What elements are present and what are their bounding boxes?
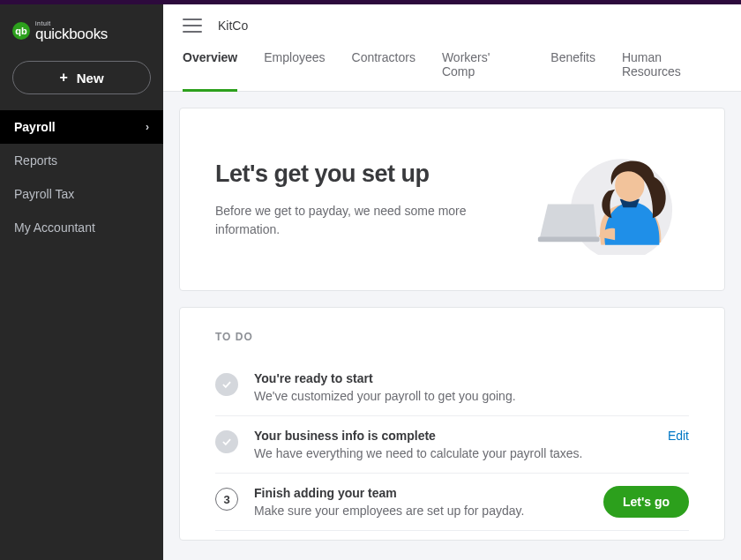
sidebar-item-label: Payroll — [14, 120, 56, 134]
tab-human-resources[interactable]: Human Resources — [622, 50, 722, 92]
brand-main: quickbooks — [35, 26, 108, 41]
setup-hero-card: Let's get you set up Before we get to pa… — [179, 108, 725, 291]
todo-card: TO DO You're ready to start We've custom… — [179, 307, 725, 541]
todo-item-business-info: Your business info is complete We have e… — [215, 416, 689, 474]
tab-employees[interactable]: Employees — [264, 50, 325, 92]
todo-desc: We have everything we need to calculate … — [254, 446, 652, 460]
sidebar-nav: Payroll › Reports Payroll Tax My Account… — [0, 110, 163, 244]
brand: qb intuit quickbooks — [0, 4, 163, 56]
todo-item-ready: You're ready to start We've customized y… — [215, 359, 689, 416]
check-circle-icon — [215, 373, 238, 396]
tab-contractors[interactable]: Contractors — [352, 50, 415, 92]
hero-subtitle: Before we get to payday, we need some mo… — [215, 202, 480, 239]
step-number-icon: 3 — [215, 488, 238, 511]
plus-icon: + — [59, 70, 67, 86]
svg-rect-1 — [538, 237, 600, 243]
todo-desc: We've customized your payroll to get you… — [254, 389, 689, 403]
lets-go-button[interactable]: Let's go — [603, 486, 689, 518]
sidebar: qb intuit quickbooks + New Payroll › Rep… — [0, 4, 163, 560]
todo-title: Your business info is complete — [254, 429, 652, 443]
hero-title: Let's get you set up — [215, 161, 480, 188]
todo-heading: TO DO — [215, 331, 689, 343]
sidebar-item-reports[interactable]: Reports — [0, 144, 163, 177]
check-circle-icon — [215, 430, 238, 453]
sidebar-item-label: Payroll Tax — [14, 187, 74, 201]
new-button[interactable]: + New — [12, 61, 151, 94]
brand-text: intuit quickbooks — [35, 20, 108, 41]
sidebar-item-payroll[interactable]: Payroll › — [0, 110, 163, 144]
content-area: Let's get you set up Before we get to pa… — [163, 92, 741, 560]
chevron-right-icon: › — [146, 121, 149, 133]
header: KitCo — [163, 4, 741, 41]
todo-desc: Make sure your employees are set up for … — [254, 504, 588, 518]
edit-link[interactable]: Edit — [668, 429, 689, 443]
sidebar-item-my-accountant[interactable]: My Accountant — [0, 211, 163, 244]
hero-text: Let's get you set up Before we get to pa… — [215, 161, 480, 239]
sidebar-item-label: Reports — [14, 153, 57, 168]
hero-illustration — [521, 140, 689, 258]
tab-overview[interactable]: Overview — [183, 50, 237, 92]
sidebar-item-label: My Accountant — [14, 220, 95, 235]
todo-item-add-team: 3 Finish adding your team Make sure your… — [215, 474, 689, 531]
todo-title: Finish adding your team — [254, 486, 588, 500]
sidebar-item-payroll-tax[interactable]: Payroll Tax — [0, 177, 163, 211]
main: KitCo Overview Employees Contractors Wor… — [163, 4, 741, 560]
hamburger-icon[interactable] — [183, 19, 202, 33]
todo-title: You're ready to start — [254, 371, 689, 385]
company-name: KitCo — [218, 19, 248, 33]
tab-benefits[interactable]: Benefits — [550, 50, 595, 92]
quickbooks-logo-icon: qb — [12, 22, 30, 40]
new-button-label: New — [77, 71, 104, 86]
tabs: Overview Employees Contractors Workers' … — [163, 41, 741, 92]
tab-workers-comp[interactable]: Workers' Comp — [442, 50, 524, 92]
